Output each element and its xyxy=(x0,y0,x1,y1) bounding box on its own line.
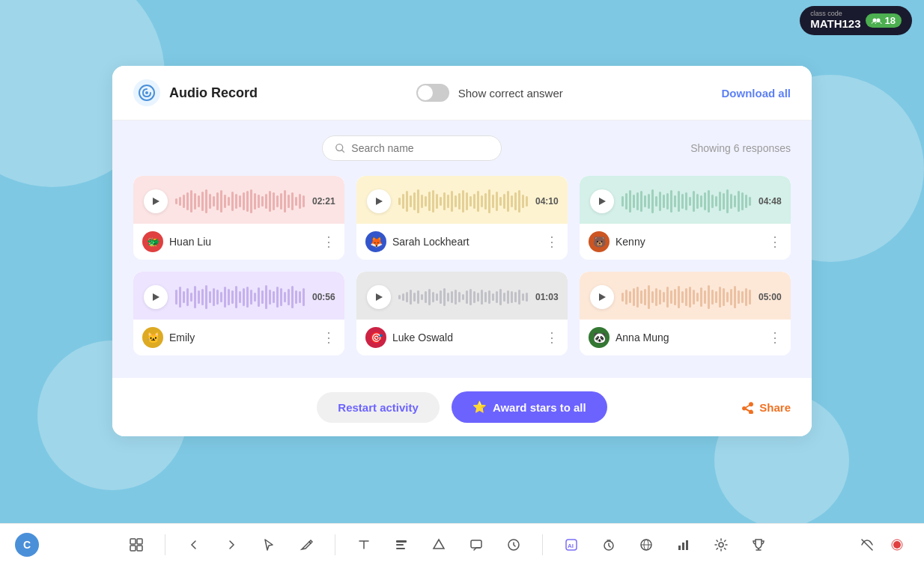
grid-icon[interactable] xyxy=(124,533,148,557)
more-options-button[interactable]: ⋮ xyxy=(768,235,782,248)
download-all-button[interactable]: Download all xyxy=(721,87,791,100)
svg-rect-20 xyxy=(471,540,481,548)
waveform-bar xyxy=(231,192,234,211)
search-box[interactable] xyxy=(322,135,502,161)
app-logo xyxy=(133,79,160,106)
svg-rect-13 xyxy=(137,539,142,544)
waveform-bar xyxy=(693,290,695,305)
waveform-bar xyxy=(621,293,624,302)
waveform-bar xyxy=(670,190,672,213)
play-button[interactable] xyxy=(367,189,391,213)
timer-icon[interactable] xyxy=(597,533,621,557)
svg-rect-30 xyxy=(686,540,688,550)
waveform-bar xyxy=(481,290,483,305)
waveform-bar xyxy=(261,290,264,304)
back-icon[interactable] xyxy=(182,533,206,557)
svg-marker-8 xyxy=(599,198,606,205)
more-options-button[interactable]: ⋮ xyxy=(322,331,335,344)
play-button[interactable] xyxy=(144,285,168,309)
restart-activity-button[interactable]: Restart activity xyxy=(317,392,440,423)
pen-icon[interactable] xyxy=(294,533,318,557)
show-correct-toggle[interactable] xyxy=(416,84,449,102)
waveform-bar xyxy=(648,285,650,309)
chart-icon[interactable] xyxy=(672,533,696,557)
svg-rect-28 xyxy=(678,546,681,550)
text-icon[interactable] xyxy=(352,533,376,557)
svg-marker-19 xyxy=(434,540,444,549)
ai-icon[interactable]: AI xyxy=(559,533,583,557)
trophy-icon[interactable] xyxy=(747,533,770,557)
toolbar-divider-1 xyxy=(165,534,165,555)
waveform-bar xyxy=(514,192,517,210)
student-name: Anna Mung xyxy=(616,332,669,343)
waveform-bar xyxy=(741,291,744,303)
brand-icon[interactable]: C xyxy=(15,533,39,557)
waveform-bar xyxy=(443,288,446,306)
cursor-icon[interactable] xyxy=(257,533,281,557)
play-icon xyxy=(598,293,607,302)
record-icon[interactable] xyxy=(885,533,909,557)
waveform-bar xyxy=(462,190,464,213)
play-icon xyxy=(374,197,383,206)
waveform-bar xyxy=(209,194,211,209)
waveform-bar xyxy=(246,191,249,212)
waveform-bar xyxy=(708,285,710,309)
play-button[interactable] xyxy=(590,285,614,309)
more-options-button[interactable]: ⋮ xyxy=(768,331,782,344)
waveform-bar xyxy=(269,191,271,212)
waveform-bar xyxy=(406,191,408,212)
waveform-bar xyxy=(216,192,219,210)
waveform-bar xyxy=(190,293,192,302)
waveform-bar xyxy=(666,193,669,210)
waveform-bar xyxy=(183,195,185,208)
waveform-bar xyxy=(432,292,434,302)
share-button[interactable]: Share xyxy=(741,400,791,414)
audio-card: 02:21 🐲 Huan Liu ⋮ xyxy=(133,176,344,260)
settings-icon[interactable] xyxy=(709,533,733,557)
waveform-bar xyxy=(410,195,412,207)
waveform-bar xyxy=(239,291,241,303)
waveform-bar xyxy=(719,192,721,211)
forward-icon[interactable] xyxy=(219,533,243,557)
waveform-bar xyxy=(726,189,729,213)
waveform-bar xyxy=(711,290,714,305)
eye-slash-icon[interactable] xyxy=(855,533,879,557)
waveform-bar xyxy=(250,189,252,213)
waveform-bar xyxy=(421,294,423,300)
waveform-bar xyxy=(700,195,702,207)
svg-point-32 xyxy=(893,541,901,549)
waveform-bar xyxy=(704,192,706,210)
card-footer: Restart activity ⭐ Award stars to all Sh… xyxy=(112,378,812,436)
audio-waveform-area: 04:48 xyxy=(580,176,791,224)
waveform-bar xyxy=(201,192,204,211)
waveform-bar xyxy=(239,195,241,207)
avatar: 🎯 xyxy=(365,327,386,348)
globe-icon[interactable] xyxy=(634,533,658,557)
more-options-button[interactable]: ⋮ xyxy=(322,235,335,248)
play-button[interactable] xyxy=(144,189,168,213)
waveform xyxy=(175,188,305,215)
svg-rect-18 xyxy=(396,548,405,549)
search-input[interactable] xyxy=(351,142,489,154)
waveform-bar xyxy=(183,291,185,303)
shape-icon[interactable] xyxy=(427,533,451,557)
waveform-bar xyxy=(228,197,230,206)
play-button[interactable] xyxy=(367,285,391,309)
svg-text:AI: AI xyxy=(568,543,574,549)
waveform-bar xyxy=(186,192,189,210)
more-options-button[interactable]: ⋮ xyxy=(545,235,559,248)
waveform-bar xyxy=(220,190,222,213)
waveform-bar xyxy=(421,195,423,208)
text-format-icon[interactable] xyxy=(389,533,413,557)
award-stars-button[interactable]: ⭐ Award stars to all xyxy=(452,391,607,423)
audio-card: 05:00 🐼 Anna Mung ⋮ xyxy=(580,272,791,355)
chat-icon[interactable] xyxy=(464,533,488,557)
waveform-bar xyxy=(432,190,434,213)
more-options-button[interactable]: ⋮ xyxy=(545,331,559,344)
pointer-icon[interactable] xyxy=(502,533,526,557)
play-button[interactable] xyxy=(590,189,614,213)
waveform-bar xyxy=(280,288,282,306)
play-icon xyxy=(598,197,607,206)
student-info: 🐱 Emily xyxy=(142,327,195,348)
waveform-bar xyxy=(734,286,736,308)
